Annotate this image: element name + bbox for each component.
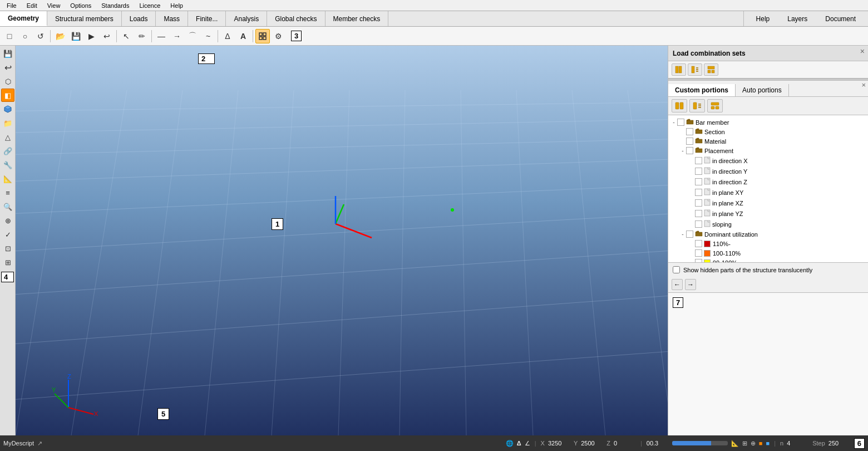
tree-item[interactable]: in direction Y [668, 166, 868, 177]
toolbar-btn-1[interactable]: ○ [18, 29, 32, 43]
left-tool-hex[interactable]: ⬡ [1, 75, 14, 88]
tree-checkbox[interactable] [695, 220, 702, 228]
toolbar-btn-draw[interactable]: ✏ [135, 29, 149, 43]
tree-checkbox[interactable] [686, 147, 693, 154]
rp-tool-2[interactable] [689, 99, 705, 112]
tab-geometry[interactable]: Geometry [0, 11, 47, 26]
tree-checkbox[interactable] [695, 240, 702, 247]
menu-options[interactable]: Options [66, 2, 96, 9]
toolbar-btn-save[interactable]: 💾 [68, 29, 83, 43]
rp-tool-1[interactable] [672, 99, 687, 112]
tab-member-checks[interactable]: Member checks [326, 11, 389, 26]
tree-item[interactable]: in plane XY [668, 187, 868, 198]
toolbar-btn-wave[interactable]: ~ [201, 29, 215, 43]
left-tool-cube[interactable] [1, 102, 14, 116]
tree-checkbox[interactable] [686, 231, 693, 238]
left-tool-box1[interactable]: ⊡ [1, 242, 14, 255]
tree-toggle-icon[interactable]: - [679, 148, 686, 154]
left-tool-save[interactable]: 💾 [1, 47, 14, 60]
toolbar-btn-0[interactable]: □ [2, 29, 17, 43]
status-expand-icon[interactable]: ↗ [37, 440, 42, 447]
tree-checkbox[interactable] [695, 157, 702, 164]
toolbar-btn-2[interactable]: ↺ [33, 29, 48, 43]
toolbar-btn-delta[interactable]: Δ [220, 29, 235, 43]
tree-toggle-icon[interactable]: - [670, 119, 677, 125]
tree-checkbox[interactable] [695, 189, 702, 196]
toolbar-btn-arrow[interactable]: → [170, 29, 184, 43]
toolbar-btn-undo[interactable]: ↩ [100, 29, 114, 43]
tab-analysis[interactable]: Analysis [226, 11, 267, 26]
left-tool-wrench[interactable]: 🔧 [1, 158, 14, 171]
viewport-3d[interactable]: 2 1 Z X Y 5 [16, 46, 668, 435]
left-tool-check[interactable]: ✓ [1, 228, 14, 241]
rp-tab-auto[interactable]: Auto portions [736, 84, 789, 96]
rp-tab-custom[interactable]: Custom portions [668, 84, 736, 96]
lc-btn-3[interactable] [704, 63, 718, 76]
lc-close-icon[interactable]: × [860, 47, 865, 56]
palette-icon[interactable]: ■ [766, 440, 770, 447]
tree-checkbox[interactable] [686, 128, 693, 135]
toolbar-btn-open[interactable]: 📂 [53, 29, 67, 43]
lc-btn-1[interactable] [672, 63, 686, 76]
menu-help[interactable]: Help [166, 2, 188, 9]
toolbar-btn-settings[interactable]: ⚙ [271, 29, 285, 43]
translucent-checkbox[interactable] [673, 266, 680, 273]
tree-item[interactable]: 100-110% [668, 248, 868, 258]
tab-help[interactable]: Help [748, 15, 778, 23]
menu-standards[interactable]: Standards [97, 2, 134, 9]
tree-checkbox[interactable] [695, 210, 702, 217]
left-tool-undo[interactable]: ↩ [1, 61, 14, 74]
menu-view[interactable]: View [43, 2, 65, 9]
nav-back[interactable]: ← [672, 279, 683, 290]
left-tool-box2[interactable]: ⊞ [1, 256, 14, 269]
tree-item[interactable]: -Placement [668, 146, 868, 155]
tree-checkbox[interactable] [686, 138, 693, 145]
menu-file[interactable]: File [2, 2, 21, 9]
menu-edit[interactable]: Edit [22, 2, 42, 9]
tree-item[interactable]: in direction Z [668, 177, 868, 187]
tree-checkbox[interactable] [695, 249, 702, 257]
tree-item[interactable]: -Bar member [668, 117, 868, 127]
tree-checkbox[interactable] [695, 178, 702, 185]
tree-item[interactable]: in plane YZ [668, 208, 868, 219]
toolbar-btn-line[interactable]: — [154, 29, 169, 43]
color-icon[interactable]: ■ [759, 440, 763, 447]
grid-icon[interactable]: ⊞ [742, 440, 747, 447]
snap-icon[interactable]: 📐 [731, 440, 739, 447]
tab-mass[interactable]: Mass [156, 11, 188, 26]
tree-item[interactable]: sloping [668, 219, 868, 229]
tree-item[interactable]: 110%- [668, 239, 868, 248]
ortho-icon[interactable]: ⊕ [751, 440, 756, 447]
tree-item[interactable]: Section [668, 127, 868, 136]
rp-tool-3[interactable] [707, 99, 723, 112]
menu-licence[interactable]: Licence [135, 2, 165, 9]
portions-close-icon[interactable]: × [861, 81, 866, 89]
left-tool-measure[interactable]: 📐 [1, 172, 14, 185]
tree-toggle-icon[interactable]: - [679, 231, 686, 237]
tree-item[interactable]: -Dominant utilization [668, 229, 868, 239]
tab-layers[interactable]: Layers [780, 15, 815, 23]
toolbar-btn-run[interactable]: ▶ [84, 29, 98, 43]
tree-item[interactable]: 90-100% [668, 258, 868, 262]
tab-global-checks[interactable]: Global checks [267, 11, 325, 26]
left-tool-layer[interactable]: ◧ [1, 89, 14, 102]
tab-document[interactable]: Document [817, 15, 864, 23]
tree-checkbox[interactable] [677, 119, 684, 126]
left-tool-zoom[interactable]: 🔍 [1, 200, 14, 213]
nav-forward[interactable]: → [685, 279, 696, 290]
toolbar-btn-cursor[interactable]: ↖ [119, 29, 134, 43]
tree-item[interactable]: in plane XZ [668, 198, 868, 208]
tree-item[interactable]: in direction X [668, 155, 868, 166]
tab-loads[interactable]: Loads [122, 11, 156, 26]
tree-item[interactable]: Material [668, 136, 868, 146]
toolbar-btn-text[interactable]: A [236, 29, 250, 43]
tab-finite[interactable]: Finite... [188, 11, 226, 26]
left-tool-link[interactable]: 🔗 [1, 144, 14, 158]
tab-structural-members[interactable]: Structural members [47, 11, 122, 26]
left-tool-lines[interactable]: ≡ [1, 186, 14, 199]
toolbar-btn-snap[interactable] [255, 29, 270, 43]
left-tool-triangle[interactable]: △ [1, 130, 14, 144]
tree-checkbox[interactable] [695, 168, 702, 175]
left-tool-folder[interactable]: 📁 [1, 116, 14, 130]
lc-btn-2[interactable] [688, 63, 702, 76]
